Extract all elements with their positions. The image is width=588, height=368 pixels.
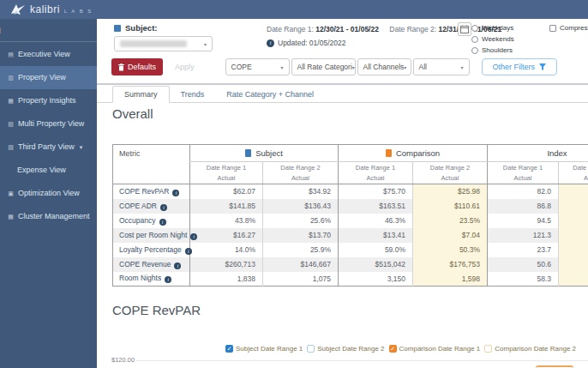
overall-heading: Overall bbox=[112, 106, 153, 121]
tab-rate-category-channel[interactable]: Rate Category + Channel bbox=[215, 87, 325, 102]
legend-comparison-dr1[interactable]: ✓ Comparison Date Range 1 bbox=[389, 345, 481, 353]
subheader: Date Range 1Actual bbox=[190, 162, 263, 184]
sidebar-divider bbox=[0, 41, 97, 42]
info-icon[interactable]: i bbox=[174, 262, 181, 269]
sidebar-item-cluster-management[interactable]: ▦ Cluster Management bbox=[0, 205, 97, 228]
subheader: Date Range 2Actual bbox=[413, 162, 488, 184]
calendar-icon bbox=[460, 25, 469, 33]
table-cell: 1,838 bbox=[190, 272, 263, 287]
multi-property-view-icon: ▧ bbox=[7, 112, 15, 136]
y-axis-tick-label: $120.00 bbox=[111, 356, 135, 364]
info-icon[interactable]: i bbox=[172, 190, 179, 196]
table-cell: 3,150 bbox=[339, 272, 413, 287]
table-cell: $75.70 bbox=[339, 184, 413, 199]
third-party-view-icon: ▨ bbox=[7, 136, 15, 159]
sidebar-item-expense-view[interactable]: Expense View bbox=[0, 159, 97, 182]
table-cell: $260,713 bbox=[190, 257, 263, 272]
unchecked-checkbox-icon bbox=[484, 345, 492, 353]
info-icon[interactable]: i bbox=[185, 248, 192, 255]
table-cell: 25.9% bbox=[263, 243, 339, 257]
chevron-down-icon: ▾ bbox=[404, 64, 406, 70]
updated-status: i Updated: 01/05/2022 bbox=[267, 39, 345, 47]
cluster-management-icon: ▦ bbox=[7, 205, 15, 228]
table-cell: 43.8% bbox=[190, 214, 263, 228]
legend-comparison-dr2[interactable]: Comparison Date Range 2 bbox=[484, 345, 576, 353]
metric-label: Loyalty Percentage bbox=[119, 245, 182, 254]
table-cell: 14.0% bbox=[190, 243, 263, 257]
chevron-down-icon: ▾ bbox=[461, 64, 464, 70]
radio-icon bbox=[471, 47, 478, 54]
subject-group-header: Subject bbox=[190, 145, 339, 162]
table-cell: 1,075 bbox=[263, 272, 339, 287]
subheader: Date Range 2Actual bbox=[263, 162, 339, 184]
comparison-marker-icon bbox=[386, 149, 392, 157]
table-cell: $7.04 bbox=[413, 228, 488, 243]
info-icon[interactable]: i bbox=[267, 39, 274, 47]
legend-subject-dr1[interactable]: ✓ Subject Date Range 1 bbox=[225, 345, 303, 353]
table-cell bbox=[559, 228, 588, 243]
sidebar-item-property-insights[interactable]: ▦ Property Insights bbox=[0, 89, 97, 112]
table-row: COPE ADRi $141.85 $136.43 $163.51 $110.6… bbox=[113, 199, 588, 214]
apply-button[interactable]: Apply bbox=[168, 58, 201, 75]
other-filters-button[interactable]: Other Filters bbox=[482, 58, 558, 75]
table-row: Loyalty Percentagei 14.0% 25.9% 59.0% 50… bbox=[113, 243, 588, 257]
checked-checkbox-icon: ✓ bbox=[225, 345, 233, 353]
sidebar-nav: ▤ Executive View ▥ Property View ▦ Prope… bbox=[0, 43, 97, 228]
calendar-button[interactable] bbox=[458, 22, 471, 36]
sidebar-item-optimization-view[interactable]: ▣ Optimization View bbox=[0, 182, 97, 205]
info-icon[interactable]: i bbox=[159, 219, 166, 226]
chart-gridline bbox=[136, 360, 588, 361]
subject-select[interactable]: ▾ bbox=[114, 36, 213, 51]
tab-trends[interactable]: Trends bbox=[170, 87, 216, 102]
rate-category-select[interactable]: All Rate Categori ▾ bbox=[291, 58, 356, 75]
info-icon[interactable]: i bbox=[190, 233, 197, 240]
info-icon[interactable]: i bbox=[165, 276, 171, 283]
radio-shoulders[interactable]: Shoulders bbox=[471, 45, 514, 56]
subheader: Date Range 2Actual bbox=[559, 162, 588, 184]
subject-label: Subject: bbox=[114, 23, 157, 33]
chevron-down-icon: ▾ bbox=[281, 64, 284, 70]
metrics-table: Metric Subject Comparison Index Date Ran… bbox=[112, 144, 588, 287]
table-cell: 94.5 bbox=[488, 214, 559, 228]
legend-subject-dr2[interactable]: Subject Date Range 2 bbox=[307, 345, 384, 353]
table-row: COPE RevPARi $62.07 $34.92 $75.70 $25.98… bbox=[113, 184, 588, 199]
sidebar-item-third-party-view[interactable]: ▨ Third Party View ▾ bbox=[0, 136, 97, 159]
chevron-down-icon: ▾ bbox=[204, 41, 207, 47]
optimization-view-icon: ▣ bbox=[7, 182, 15, 205]
defaults-button[interactable]: Defaults bbox=[111, 58, 163, 75]
table-cell bbox=[559, 257, 588, 272]
sidebar-item-executive-view[interactable]: ▤ Executive View bbox=[0, 43, 97, 66]
metric-label: COPE ADR bbox=[119, 202, 157, 210]
table-cell: $13.70 bbox=[263, 228, 339, 243]
all-select[interactable]: All ▾ bbox=[413, 58, 470, 75]
table-cell: 82.0 bbox=[488, 184, 559, 199]
brand-name: kalibri bbox=[30, 3, 60, 15]
compression-checkbox[interactable]: Compression bbox=[549, 22, 588, 33]
sidebar-item-multi-property-view[interactable]: ▧ Multi Property View bbox=[0, 112, 97, 136]
table-cell: $25.98 bbox=[413, 184, 488, 199]
table-cell: 50.3% bbox=[413, 243, 488, 257]
radio-weekdays[interactable]: Weekdays bbox=[471, 22, 514, 33]
radio-icon bbox=[471, 25, 478, 32]
metric-type-select[interactable]: COPE ▾ bbox=[225, 58, 290, 75]
executive-view-icon: ▤ bbox=[7, 43, 15, 66]
table-cell: 23.7 bbox=[488, 243, 559, 257]
radio-weekends[interactable]: Weekends bbox=[471, 33, 514, 45]
sidebar-item-property-view[interactable]: ▥ Property View bbox=[0, 66, 97, 89]
metric-label: Room Nights bbox=[119, 274, 161, 282]
info-icon[interactable]: i bbox=[160, 204, 167, 211]
table-cell: 121.3 bbox=[488, 228, 559, 243]
date-range-2-label: Date Range 2: bbox=[389, 25, 436, 33]
trash-icon bbox=[118, 63, 124, 71]
day-type-radios: Weekdays Weekends Shoulders bbox=[471, 22, 514, 56]
metrics-table-wrap: Metric Subject Comparison Index Date Ran… bbox=[112, 144, 588, 290]
tab-summary[interactable]: Summary bbox=[112, 86, 170, 103]
sidebar-collapsed-icon[interactable]: ▮ bbox=[0, 26, 7, 34]
table-row: Cost per Room Nighti $16.27 $13.70 $13.4… bbox=[113, 228, 588, 243]
table-cell bbox=[559, 272, 588, 287]
tab-bar: Summary Trends Rate Category + Channel bbox=[97, 88, 588, 103]
channels-select[interactable]: All Channels ▾ bbox=[357, 58, 411, 75]
cope-revpar-heading: COPE RevPAR bbox=[112, 303, 201, 317]
unchecked-checkbox-icon bbox=[307, 345, 315, 353]
table-cell bbox=[559, 184, 588, 199]
